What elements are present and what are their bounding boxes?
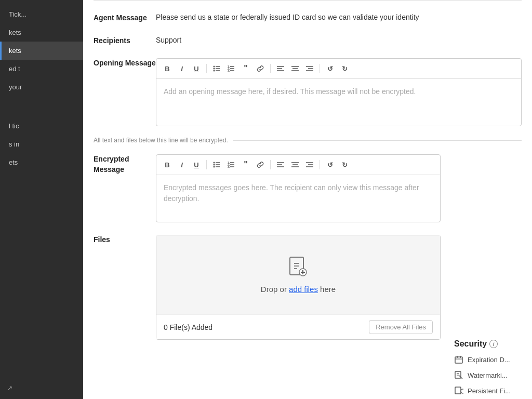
enc-separator-2 xyxy=(270,160,271,169)
agent-message-row: Agent Message Please send us a state or … xyxy=(94,11,522,23)
encrypted-section: Encrypted Message B I U xyxy=(83,152,532,399)
sidebar-item-label: ets xyxy=(9,158,18,166)
sidebar-item-label: your xyxy=(9,83,22,91)
form-section: Agent Message Please send us a state or … xyxy=(83,11,532,126)
files-upload-area[interactable]: Drop or add files here 0 File(s) Added R… xyxy=(156,235,441,340)
enc-quote-button[interactable]: " xyxy=(239,158,252,171)
sidebar-item-6[interactable]: l tic xyxy=(0,117,83,135)
recipients-row: Recipients Support xyxy=(94,34,522,46)
enc-bullet-button[interactable] xyxy=(210,158,223,171)
align-left-button[interactable] xyxy=(274,62,287,75)
opening-message-body[interactable]: Add an opening message here, if desired.… xyxy=(156,79,521,126)
sidebar-item-3[interactable]: kets xyxy=(0,42,83,60)
opening-message-label: Opening Message xyxy=(94,56,156,69)
redo-button[interactable]: ↻ xyxy=(338,62,351,75)
align-center-button[interactable] xyxy=(288,62,302,75)
link-button[interactable] xyxy=(254,62,267,75)
files-container: Drop or add files here 0 File(s) Added R… xyxy=(156,233,441,340)
security-title: Security i xyxy=(454,339,516,349)
toolbar-separator-2 xyxy=(270,64,271,73)
sidebar-item-label: l tic xyxy=(9,122,19,130)
enc-underline-button[interactable]: U xyxy=(190,158,203,171)
enc-numbered-button[interactable]: 1.2.3. xyxy=(224,158,238,171)
enc-redo-button[interactable]: ↻ xyxy=(338,158,351,171)
toolbar-separator-3 xyxy=(320,64,320,73)
agent-message-label: Agent Message xyxy=(94,11,156,23)
align-right-button[interactable] xyxy=(303,62,316,75)
sidebar-item-8[interactable]: ets xyxy=(0,153,83,171)
expiration-label: Expiration D... xyxy=(468,356,510,364)
sidebar-item-2[interactable]: kets xyxy=(0,23,83,42)
svg-rect-56 xyxy=(455,387,461,394)
italic-button[interactable]: I xyxy=(175,62,189,75)
svg-point-2 xyxy=(214,68,215,70)
encrypted-form-fields: Encrypted Message B I U xyxy=(94,152,441,399)
watermarking-label: Watermarki... xyxy=(468,371,508,379)
security-title-text: Security xyxy=(454,339,487,349)
security-info-icon[interactable]: i xyxy=(489,340,498,348)
encryption-notice-text: All text and files below this line will … xyxy=(94,137,228,144)
file-plus-icon xyxy=(167,256,430,281)
opening-message-row: Opening Message B I U 1.2.3. xyxy=(94,56,522,126)
encrypted-message-body[interactable]: Encrypted messages goes here. The recipi… xyxy=(156,175,440,222)
undo-button[interactable]: ↺ xyxy=(323,62,337,75)
sidebar-item-7[interactable]: s in xyxy=(0,135,83,153)
files-label: Files xyxy=(94,233,156,245)
persistent-icon xyxy=(454,386,463,395)
enc-link-button[interactable] xyxy=(254,158,267,171)
svg-text:3.: 3. xyxy=(228,165,230,168)
opening-toolbar: B I U 1.2.3. " xyxy=(156,59,521,79)
files-footer: 0 File(s) Added Remove All Files xyxy=(156,314,440,339)
sidebar-item-label: kets xyxy=(9,29,21,36)
opening-message-editor-container: B I U 1.2.3. " xyxy=(156,56,522,126)
drop-text-after: here xyxy=(318,285,336,294)
enc-align-left-button[interactable] xyxy=(274,158,287,171)
expiration-item: Expiration D... xyxy=(454,355,516,364)
toolbar-separator-1 xyxy=(206,64,207,73)
watermarking-icon xyxy=(454,370,463,380)
encrypted-toolbar: B I U 1.2.3. " xyxy=(156,155,440,175)
persistent-item: Persistent Fi... xyxy=(454,386,516,395)
agent-message-value: Please send us a state or federally issu… xyxy=(156,11,522,21)
sidebar-item-5[interactable]: your xyxy=(0,78,83,96)
svg-rect-49 xyxy=(455,357,462,363)
remove-all-files-button[interactable]: Remove All Files xyxy=(369,320,433,334)
enc-align-center-button[interactable] xyxy=(288,158,302,171)
underline-button[interactable]: U xyxy=(190,62,203,75)
numbered-list-button[interactable]: 1.2.3. xyxy=(224,62,238,75)
enc-italic-button[interactable]: I xyxy=(175,158,189,171)
watermarking-item: Watermarki... xyxy=(454,370,516,380)
enc-align-right-button[interactable] xyxy=(303,158,316,171)
svg-point-23 xyxy=(214,164,215,166)
encrypted-message-row: Encrypted Message B I U xyxy=(94,152,441,222)
sidebar-item-4[interactable]: ed t xyxy=(0,60,83,78)
encrypted-message-editor-container: B I U 1.2.3. " xyxy=(156,152,441,222)
files-count: 0 File(s) Added xyxy=(164,323,212,331)
svg-point-4 xyxy=(214,70,215,72)
enc-separator-1 xyxy=(206,160,207,169)
expiration-icon xyxy=(454,355,463,364)
enc-separator-3 xyxy=(320,160,320,169)
files-row: Files xyxy=(94,233,441,340)
opening-message-editor[interactable]: B I U 1.2.3. " xyxy=(156,58,522,126)
sidebar-item-1[interactable]: Tick... xyxy=(0,5,83,23)
encrypted-message-label: Encrypted Message xyxy=(94,152,156,175)
sidebar: Tick... kets kets ed t your l tic s in e… xyxy=(0,0,83,399)
svg-text:3.: 3. xyxy=(228,69,230,72)
recipients-value: Support xyxy=(156,34,522,44)
drop-zone[interactable]: Drop or add files here xyxy=(156,235,440,314)
bullet-list-button[interactable] xyxy=(210,62,223,75)
bold-button[interactable]: B xyxy=(161,62,174,75)
add-files-link[interactable]: add files xyxy=(289,285,318,294)
quote-button[interactable]: " xyxy=(239,62,252,75)
top-divider xyxy=(94,0,522,1)
svg-point-25 xyxy=(214,166,215,168)
external-link-icon[interactable]: ↗ xyxy=(7,384,12,392)
sidebar-item-label: ed t xyxy=(9,65,20,73)
security-section: Security i Expiration D... xyxy=(454,339,516,399)
sidebar-item-label: s in xyxy=(9,140,19,148)
enc-bold-button[interactable]: B xyxy=(161,158,174,171)
encrypted-message-editor[interactable]: B I U 1.2.3. " xyxy=(156,154,441,222)
enc-undo-button[interactable]: ↺ xyxy=(323,158,337,171)
recipients-label: Recipients xyxy=(94,34,156,46)
